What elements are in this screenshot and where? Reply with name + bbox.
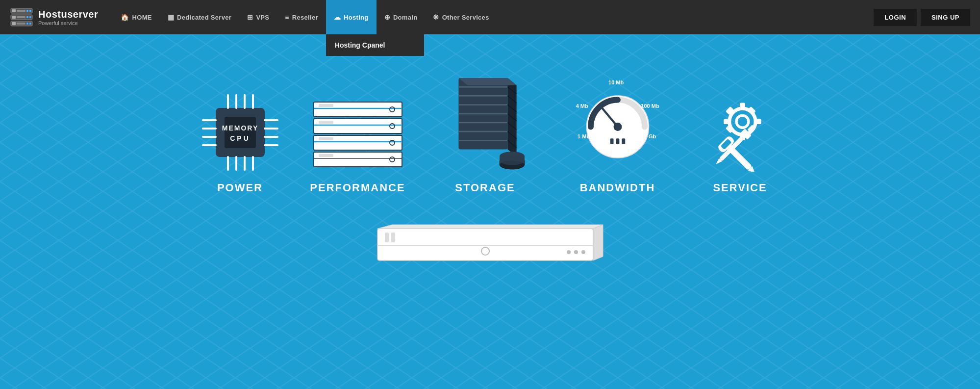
navbar: Hostuserver Powerful service 🏠 HOME ▦ De… (0, 0, 980, 34)
bw-10mb: 10 Mb (608, 79, 624, 85)
feature-performance: PERFORMANCE (309, 93, 407, 194)
svg-rect-42 (319, 137, 333, 140)
bottom-server (368, 219, 613, 280)
nav-dedicated[interactable]: ▦ Dedicated Server (160, 0, 239, 34)
hero-section: MEMORY CPU (0, 34, 980, 389)
logo[interactable]: Hostuserver Powerful service (10, 5, 98, 29)
dropdown-hosting-cpanel[interactable]: Hosting Cpanel (326, 34, 424, 56)
nav-links: 🏠 HOME ▦ Dedicated Server ⊞ VPS ≡ Resell… (113, 0, 874, 34)
svg-rect-16 (225, 117, 256, 148)
other-icon: ❋ (433, 13, 439, 21)
login-button[interactable]: LOGIN (874, 9, 917, 26)
logo-icon (10, 5, 33, 29)
storage-label: STORAGE (455, 182, 515, 194)
nav-hosting[interactable]: ☁ Hosting (326, 0, 377, 34)
service-label: SERVICE (713, 182, 767, 194)
svg-rect-1 (12, 9, 16, 12)
feature-bandwidth: 10 Mb 4 Mb 100 Mb 1 Mb 1 Gb B (564, 74, 672, 194)
nav-vps[interactable]: ⊞ VPS (239, 0, 277, 34)
hosting-dropdown: Hosting Cpanel (326, 34, 424, 56)
svg-marker-99 (593, 225, 603, 260)
svg-point-106 (581, 250, 585, 254)
svg-rect-9 (29, 16, 31, 18)
domain-icon: ⊕ (384, 13, 390, 21)
feature-storage: STORAGE (436, 74, 534, 194)
svg-rect-7 (17, 16, 25, 18)
svg-rect-102 (385, 233, 389, 242)
server-unit-icon (368, 219, 613, 278)
nav-auth: LOGIN SING UP (874, 9, 970, 26)
svg-point-104 (567, 250, 571, 254)
svg-rect-82 (740, 103, 745, 110)
features-row: MEMORY CPU (49, 34, 931, 214)
svg-rect-11 (12, 22, 16, 25)
svg-rect-8 (26, 16, 28, 18)
bw-100mb: 100 Mb (641, 103, 659, 109)
nav-home[interactable]: 🏠 HOME (113, 0, 160, 34)
svg-rect-77 (610, 138, 613, 144)
svg-rect-12 (17, 23, 25, 25)
hosting-icon: ☁ (334, 13, 341, 21)
bandwidth-icon: 10 Mb 4 Mb 100 Mb 1 Mb 1 Gb (564, 74, 672, 172)
svg-rect-85 (754, 119, 761, 124)
svg-rect-50 (319, 104, 333, 107)
svg-rect-6 (12, 16, 16, 19)
svg-rect-97 (377, 229, 593, 260)
service-icon (701, 93, 779, 172)
cpu-icon: MEMORY CPU (201, 93, 279, 172)
storage-icon (436, 74, 534, 172)
brand-name: Hostuserver (38, 9, 98, 20)
nav-hosting-wrapper: ☁ Hosting Hosting Cpanel (326, 0, 377, 34)
server-icon: ▦ (168, 13, 174, 21)
svg-point-71 (500, 156, 525, 165)
svg-text:MEMORY: MEMORY (222, 124, 258, 132)
svg-point-76 (613, 123, 622, 131)
svg-rect-79 (622, 138, 625, 144)
bandwidth-label: BANDWIDTH (580, 182, 655, 194)
svg-rect-103 (391, 233, 395, 242)
svg-rect-46 (319, 121, 333, 124)
svg-point-105 (574, 250, 578, 254)
reseller-icon: ≡ (285, 13, 289, 21)
svg-marker-98 (377, 225, 603, 229)
signup-button[interactable]: SING UP (921, 9, 970, 26)
svg-rect-3 (26, 10, 28, 12)
svg-rect-14 (29, 23, 31, 25)
svg-point-81 (736, 115, 749, 128)
power-label: POWER (217, 182, 263, 194)
svg-marker-67 (458, 78, 516, 85)
home-icon: 🏠 (121, 13, 129, 21)
performance-label: PERFORMANCE (310, 182, 405, 194)
nav-reseller[interactable]: ≡ Reseller (277, 0, 326, 34)
feature-power: MEMORY CPU (201, 93, 279, 194)
nav-other-services[interactable]: ❋ Other Services (425, 0, 497, 34)
svg-rect-38 (319, 154, 333, 157)
feature-service: SERVICE (701, 93, 779, 194)
svg-rect-13 (26, 23, 28, 25)
bw-4mb: 4 Mb (576, 103, 588, 109)
svg-rect-78 (616, 138, 619, 144)
svg-rect-84 (724, 119, 730, 124)
performance-icon (309, 93, 407, 172)
svg-rect-2 (17, 10, 25, 12)
brand-tagline: Powerful service (38, 20, 98, 26)
svg-text:CPU: CPU (230, 134, 251, 142)
nav-domain[interactable]: ⊕ Domain (377, 0, 426, 34)
svg-rect-4 (29, 10, 31, 12)
vps-icon: ⊞ (247, 13, 253, 21)
